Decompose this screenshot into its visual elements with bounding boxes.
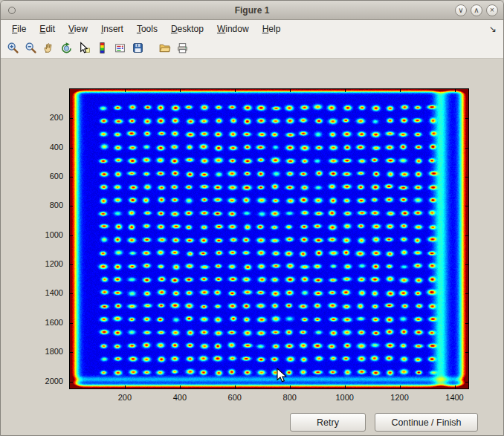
dock-figure-icon[interactable]: ↘ [487, 24, 499, 34]
menu-item-desktop[interactable]: Desktop [164, 22, 210, 36]
data-cursor-icon [78, 42, 91, 54]
window-title: Figure 1 [1, 5, 503, 16]
y-tick-label: 800 [29, 201, 63, 209]
zoom-out-icon [25, 42, 37, 54]
y-tick-label: 1800 [29, 347, 63, 356]
insert-legend-button[interactable] [112, 39, 129, 56]
menu-item-edit[interactable]: Edit [33, 22, 62, 36]
toolbar-separator [147, 48, 155, 48]
x-tick-label: 200 [110, 393, 140, 402]
print-figure-icon [176, 42, 189, 54]
x-tick-label: 600 [220, 393, 250, 402]
x-tick-label: 1000 [330, 393, 360, 402]
y-tick-label: 1600 [29, 318, 63, 327]
shade-button[interactable]: ∨ [455, 4, 467, 16]
zoom-out-button[interactable] [22, 39, 39, 56]
retry-button[interactable]: Retry [290, 413, 366, 432]
insert-legend-icon [114, 42, 126, 54]
rotate-3d-button[interactable] [58, 39, 75, 56]
save-figure-icon [132, 42, 144, 54]
pan-button[interactable] [40, 39, 57, 56]
zoom-in-icon [7, 42, 19, 54]
open-file-icon [158, 42, 171, 54]
menu-bar: FileEditViewInsertToolsDesktopWindowHelp… [1, 20, 503, 37]
print-figure-button[interactable] [174, 39, 191, 56]
window-menu-icon[interactable] [8, 7, 16, 14]
rotate-3d-icon [60, 42, 73, 54]
menu-item-view[interactable]: View [62, 22, 94, 36]
toolbar [1, 37, 503, 59]
continue-finish-button[interactable]: Continue / Finish [375, 413, 478, 432]
zoom-in-button[interactable] [4, 39, 22, 56]
menu-item-insert[interactable]: Insert [94, 22, 130, 36]
heatmap-image[interactable] [70, 89, 468, 388]
y-tick-label: 400 [29, 143, 63, 152]
close-button[interactable]: × [486, 4, 498, 16]
x-tick-label: 800 [275, 393, 305, 402]
y-tick-label: 1200 [29, 259, 63, 268]
y-tick-label: 200 [29, 113, 63, 122]
y-tick-label: 1000 [29, 230, 63, 239]
menu-item-file[interactable]: File [5, 22, 33, 36]
axes-box [69, 88, 469, 389]
y-tick-label: 600 [29, 172, 63, 180]
insert-colorbar-button[interactable] [94, 39, 111, 56]
menu-item-window[interactable]: Window [210, 22, 256, 36]
pan-icon [42, 42, 55, 54]
x-tick-label: 1200 [385, 393, 415, 402]
save-figure-button[interactable] [129, 39, 146, 56]
maximize-button[interactable]: ∧ [471, 4, 482, 16]
menu-item-help[interactable]: Help [256, 22, 288, 36]
window-controls: ∨ ∧ × [455, 1, 498, 19]
title-bar[interactable]: Figure 1 ∨ ∧ × [1, 1, 503, 20]
insert-colorbar-icon [96, 42, 109, 54]
figure-window: Figure 1 ∨ ∧ × FileEditViewInsertToolsDe… [0, 0, 504, 436]
x-tick-label: 400 [165, 393, 195, 402]
y-tick-label: 1400 [29, 288, 63, 297]
figure-area: Retry Continue / Finish 2004006008001000… [1, 59, 503, 435]
menu-item-tools[interactable]: Tools [130, 22, 164, 36]
y-tick-label: 2000 [29, 377, 63, 385]
open-file-button[interactable] [156, 39, 173, 56]
data-cursor-button[interactable] [76, 39, 93, 56]
x-tick-label: 1400 [440, 393, 470, 402]
